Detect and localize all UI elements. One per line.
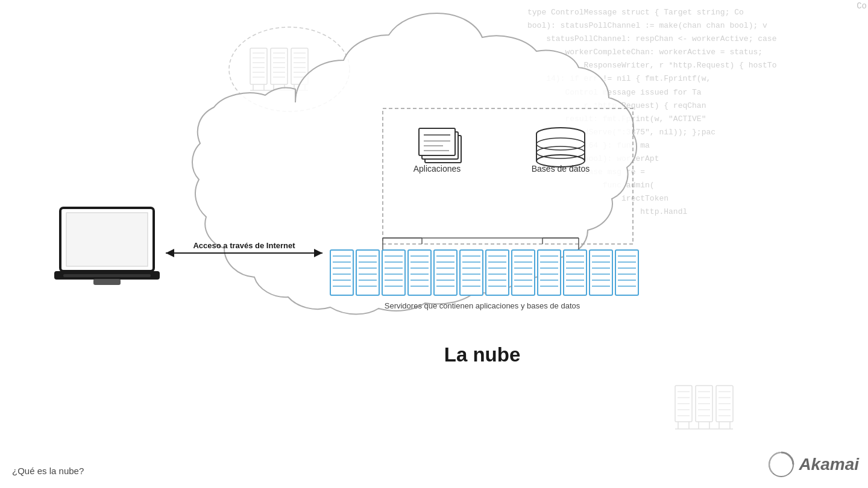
svg-rect-51 [330,250,353,295]
top-right-code-partial: Co [855,0,868,12]
svg-rect-114 [564,250,587,295]
svg-rect-32 [419,128,455,155]
svg-rect-136 [66,213,148,266]
akamai-logo: Akamai [767,450,859,479]
servers-label: Servidores que contienen aplicaciones y … [385,301,580,310]
access-label: Acceso a través de Internet [193,241,295,250]
svg-rect-58 [356,250,379,295]
svg-rect-8 [271,48,288,84]
svg-rect-1 [250,48,267,84]
svg-rect-128 [615,250,638,295]
svg-rect-79 [434,250,457,295]
cloud-main-label: La nube [444,343,521,366]
svg-rect-93 [486,250,509,295]
bottom-left-label: ¿Qué es la nube? [12,466,84,476]
svg-marker-141 [166,249,174,257]
apps-label: Aplicaciones [414,164,461,174]
svg-rect-107 [538,250,561,295]
main-diagram: Aplicaciones Bases de datos [0,0,663,458]
svg-rect-65 [382,250,405,295]
db-label: Bases de datos [532,164,590,174]
svg-rect-138 [63,274,151,277]
svg-rect-121 [590,250,612,295]
svg-rect-72 [408,250,431,295]
svg-rect-86 [460,250,483,295]
server-decoration-br [663,380,784,452]
svg-rect-100 [512,250,535,295]
laptop-icon [54,208,160,285]
svg-rect-139 [93,279,121,285]
akamai-text: Akamai [799,455,859,474]
